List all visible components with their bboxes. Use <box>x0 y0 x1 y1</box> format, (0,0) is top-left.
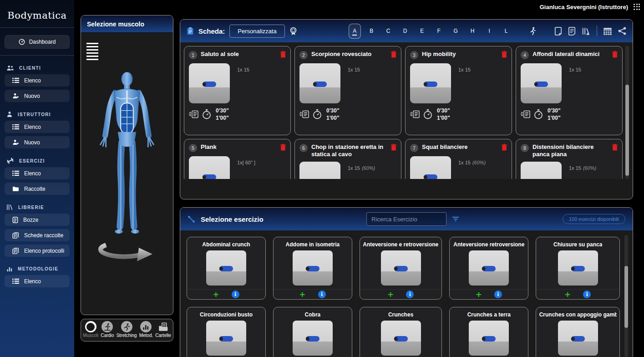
tab-cartelle[interactable]: Cartelle <box>155 321 171 341</box>
scheda-type-button[interactable]: Personalizzata <box>229 25 284 38</box>
info-button[interactable]: i <box>494 291 502 298</box>
work-time: 0'30" <box>437 107 450 114</box>
tab-label: Cardio <box>101 333 114 338</box>
add-exercise-button[interactable]: + <box>565 290 570 299</box>
current-user-label: Gianluca Severgnini (Istruttore) <box>540 4 628 10</box>
work-time: 0'30" <box>216 107 229 114</box>
sidebar-section-clienti: CLIENTI <box>0 65 74 71</box>
info-button[interactable]: i <box>232 291 239 298</box>
sidebar-item-esercizi-raccolte[interactable]: Raccolte <box>5 183 70 195</box>
notes-icon[interactable] <box>299 110 309 118</box>
scheda-cards-viewport: 1 Saluto al sole 1x 15 0'30"1'00" 2 <box>184 46 623 179</box>
scheda-tab-l[interactable]: L <box>498 28 515 34</box>
clients-icon <box>6 65 14 71</box>
sidebar-item-librerie-schede-raccolte[interactable]: Schede raccolte <box>5 229 70 241</box>
scheda-card-7[interactable]: 7 Squat bilanciere 1x 15(60%) <box>405 139 512 179</box>
scheda-tab-f[interactable]: F <box>431 28 447 34</box>
add-exercise-button[interactable]: + <box>299 290 305 299</box>
scheda-tab-e[interactable]: E <box>414 28 431 34</box>
sidebar-item-librerie-bozze[interactable]: Bozze <box>5 214 70 226</box>
page-lines-icon[interactable] <box>568 27 576 36</box>
dose-label: 1x 15 <box>237 67 249 72</box>
medal-icon[interactable] <box>289 27 297 36</box>
delete-icon[interactable] <box>391 144 396 151</box>
muscle-panel-header: Selezione muscolo <box>81 15 173 33</box>
delete-icon[interactable] <box>612 144 618 151</box>
delete-icon[interactable] <box>502 51 507 58</box>
scheda-card-5[interactable]: 5 Plank 1x[ 60" ] <box>184 139 291 179</box>
books-icon <box>6 204 13 210</box>
selection-card: Crunches + i <box>360 307 442 357</box>
section-label: LIBRERIE <box>18 205 44 210</box>
person-add-icon <box>12 93 19 99</box>
stopwatch-icon[interactable] <box>534 109 543 119</box>
scheda-tab-c[interactable]: C <box>380 28 397 34</box>
notes-icon[interactable] <box>410 110 420 118</box>
delete-icon[interactable] <box>391 51 396 58</box>
stopwatch-icon[interactable] <box>202 109 211 119</box>
stretch-figure-icon[interactable] <box>529 27 536 36</box>
sidebar-item-clienti-elenco[interactable]: Elenco <box>5 74 70 87</box>
sidebar-item-dashboard[interactable]: Dashboard <box>5 35 70 49</box>
sidebar-item-clienti-nuovo[interactable]: Nuovo <box>5 90 70 102</box>
rotate-figure-arrow[interactable] <box>95 239 159 262</box>
scheda-card-4[interactable]: 4 Affondi laterali dinamici 1x 15 0'30"1… <box>516 46 623 135</box>
tab-metodologie[interactable]: Metod. <box>139 321 153 341</box>
new-page-icon[interactable] <box>554 27 562 36</box>
scheda-tab-b[interactable]: B <box>363 28 380 34</box>
scheda-card-6[interactable]: 6 Chop in stazione eretta in statica al … <box>294 139 401 179</box>
delete-icon[interactable] <box>612 51 618 58</box>
tab-cardio[interactable]: Cardio <box>101 321 114 341</box>
card-number: 4 <box>521 51 529 59</box>
share-icon[interactable] <box>618 27 626 35</box>
sidebar-item-istruttori-elenco[interactable]: Elenco <box>5 121 70 133</box>
add-exercise-button[interactable]: + <box>213 290 218 299</box>
add-exercise-button[interactable]: + <box>476 290 482 299</box>
sidebar-item-istruttori-nuovo[interactable]: Nuovo <box>5 136 70 148</box>
muscle-menu-icon[interactable] <box>86 43 98 62</box>
scheda-card-1[interactable]: 1 Saluto al sole 1x 15 0'30"1'00" <box>184 46 291 135</box>
notes-icon[interactable] <box>521 110 531 118</box>
rest-time: 1'00" <box>548 114 561 122</box>
tab-label: Stretching <box>117 333 137 338</box>
scheda-card-8[interactable]: 8 Distensioni bilanciere panca piana 1x … <box>516 139 623 179</box>
tab-muscoli[interactable]: Muscoli <box>83 321 98 341</box>
stopwatch-icon[interactable] <box>313 109 322 119</box>
sidebar-item-esercizi-elenco[interactable]: Elenco <box>5 167 70 179</box>
add-exercise-button[interactable]: + <box>388 290 393 299</box>
notes-icon[interactable] <box>189 110 199 118</box>
exercise-photo <box>206 250 246 286</box>
scheda-tab-g[interactable]: G <box>447 28 464 34</box>
exercise-photo <box>410 156 451 179</box>
scheda-tab-d[interactable]: D <box>397 28 414 34</box>
tab-stretching[interactable]: Stretching <box>117 321 137 341</box>
delete-icon[interactable] <box>280 144 286 151</box>
selection-scroll-thumb[interactable] <box>624 266 628 328</box>
scheda-tab-a[interactable]: A <box>349 24 361 39</box>
apps-grid-icon[interactable] <box>634 4 640 10</box>
library-icon[interactable] <box>582 27 591 36</box>
exercise-photo <box>189 156 230 179</box>
anatomy-figure[interactable] <box>93 68 161 242</box>
scheda-tab-i[interactable]: I <box>481 28 498 34</box>
card-number: 5 <box>189 144 197 152</box>
scheda-scroll-thumb[interactable] <box>625 85 629 176</box>
scheda-actions <box>554 26 626 36</box>
scheda-card-2[interactable]: 2 Scorpione rovesciato 1x 15 0'30"1'00" <box>294 46 401 135</box>
info-button[interactable]: i <box>318 291 326 298</box>
info-button[interactable]: i <box>406 291 414 298</box>
sidebar-item-librerie-elenco-protocolli[interactable]: Elenco protocolli <box>5 245 70 257</box>
info-button[interactable]: i <box>583 291 591 298</box>
card-number: 7 <box>410 144 418 152</box>
exercise-title: Addome in isometria <box>286 241 340 248</box>
delete-icon[interactable] <box>280 51 286 58</box>
calendar-icon[interactable] <box>603 27 612 36</box>
exercise-search-input[interactable] <box>366 212 446 226</box>
stopwatch-icon[interactable] <box>423 109 432 119</box>
scheda-card-3[interactable]: 3 Hip mobility 1x 15 0'30"1'00" <box>405 46 512 135</box>
sidebar-item-metodologie-elenco[interactable]: Elenco <box>5 275 70 287</box>
divider <box>0 27 74 28</box>
scheda-tab-h[interactable]: H <box>464 28 481 34</box>
filter-icon[interactable] <box>452 216 459 222</box>
delete-icon[interactable] <box>502 144 507 151</box>
